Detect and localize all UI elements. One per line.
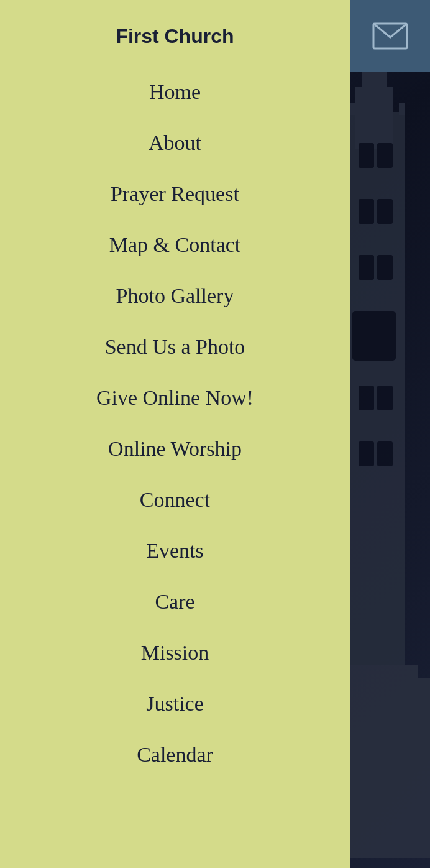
svg-rect-3 <box>359 143 374 168</box>
nav-item-map-contact[interactable]: Map & Contact <box>0 219 350 270</box>
app-title: First Church <box>116 25 234 48</box>
svg-rect-13 <box>377 441 393 466</box>
nav-item-care[interactable]: Care <box>0 576 350 627</box>
nav-item-calendar[interactable]: Calendar <box>0 729 350 780</box>
nav-item-justice[interactable]: Justice <box>0 678 350 729</box>
svg-rect-15 <box>362 103 374 115</box>
email-icon <box>372 22 408 50</box>
nav-item-photo-gallery[interactable]: Photo Gallery <box>0 270 350 321</box>
nav-item-online-worship[interactable]: Online Worship <box>0 423 350 474</box>
svg-rect-8 <box>377 255 393 280</box>
nav-item-events[interactable]: Events <box>0 525 350 576</box>
svg-rect-17 <box>399 103 405 115</box>
email-button[interactable] <box>350 0 430 72</box>
nav-menu: Home About Prayer Request Map & Contact … <box>0 67 350 780</box>
nav-item-prayer-request[interactable]: Prayer Request <box>0 169 350 219</box>
svg-rect-5 <box>359 199 374 224</box>
nav-item-home[interactable]: Home <box>0 67 350 118</box>
menu-panel: First Church Home About Prayer Request M… <box>0 0 350 868</box>
svg-rect-11 <box>377 386 393 410</box>
nav-item-send-us-a-photo[interactable]: Send Us a Photo <box>0 321 350 372</box>
nav-item-give-online-now[interactable]: Give Online Now! <box>0 372 350 423</box>
nav-item-connect[interactable]: Connect <box>0 474 350 525</box>
svg-rect-6 <box>377 199 393 224</box>
svg-rect-16 <box>380 103 393 115</box>
svg-rect-9 <box>352 311 396 361</box>
svg-rect-4 <box>377 143 393 168</box>
svg-rect-1 <box>355 87 393 149</box>
svg-rect-12 <box>359 441 374 466</box>
svg-rect-7 <box>359 255 374 280</box>
nav-item-about[interactable]: About <box>0 118 350 169</box>
nav-item-mission[interactable]: Mission <box>0 627 350 678</box>
svg-rect-10 <box>359 386 374 410</box>
page-wrapper: First Church Home About Prayer Request M… <box>0 0 430 868</box>
